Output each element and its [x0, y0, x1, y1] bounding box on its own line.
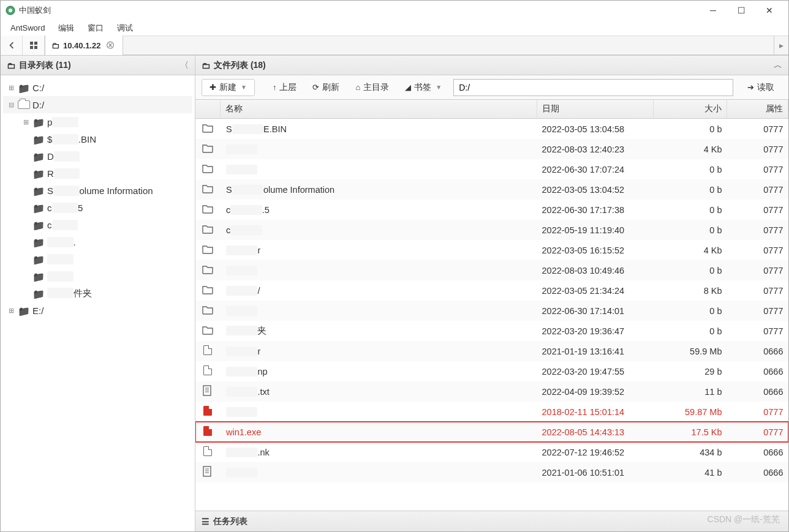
table-row[interactable]: █████.txt2022-04-09 19:39:5211 b0666 [195, 381, 788, 402]
file-size: 0 b [654, 321, 727, 341]
tree-item[interactable]: R████ [3, 165, 192, 182]
tree-item[interactable]: c████5 [3, 199, 192, 216]
file-attr: 0777 [727, 139, 788, 159]
tab-active[interactable]: 🗀 10.40.1.22 ⓧ [45, 36, 123, 55]
tree-item[interactable]: c████ [3, 216, 192, 233]
folder-icon [18, 305, 30, 315]
bookmark-button[interactable]: ◢书签▼ [397, 79, 450, 96]
up-button[interactable]: ↑上层 [265, 79, 305, 96]
maximize-button[interactable]: ☐ [727, 1, 755, 20]
table-row[interactable]: █████2022-08-03 12:40:234 Kb0777 [195, 139, 788, 159]
tree-item[interactable]: ████ [3, 250, 192, 268]
tab-label: 10.40.1.22 [63, 41, 100, 50]
home-button[interactable]: ⌂主目录 [347, 79, 397, 96]
file-size: 0 b [654, 179, 727, 200]
table-row[interactable]: █████.nk2022-07-12 19:46:52434 b0666 [195, 442, 788, 462]
table-row[interactable]: █████r2022-03-05 16:15:524 Kb0777 [195, 240, 788, 260]
minimize-button[interactable]: ─ [699, 1, 727, 20]
content: 🗀 文件列表 (18) ︿ ✚新建▼ ↑上层 ⟳刷新 ⌂主目录 ◢书签▼ ➔读取… [195, 56, 788, 531]
table-row[interactable]: c█████.52022-06-30 17:17:380 b0777 [195, 200, 788, 220]
expander-icon[interactable]: ⊟ [7, 101, 15, 109]
file-red-icon [201, 406, 214, 416]
new-button[interactable]: ✚新建▼ [202, 79, 255, 96]
col-date[interactable]: 日期 [537, 100, 654, 119]
tree-item[interactable]: S████olume Information [3, 182, 192, 199]
folder-icon: 🗀 [7, 61, 15, 70]
file-attr: 0777 [727, 402, 788, 422]
file-name: █████ [226, 306, 257, 316]
expander-icon[interactable]: ⊞ [7, 307, 15, 315]
table-row[interactable]: S█████E.BIN2022-03-05 13:04:580 b0777 [195, 119, 788, 140]
folder-icon [32, 185, 45, 195]
tree-item[interactable]: ⊞ p████ [3, 113, 192, 130]
table-row[interactable]: █████/2022-03-05 21:34:248 Kb0777 [195, 280, 788, 301]
folder-icon [18, 100, 30, 109]
tab-close-icon[interactable]: ⓧ [107, 40, 114, 51]
file-date: 2022-03-05 13:04:52 [537, 179, 654, 200]
sidebar: 🗀 目录列表 (11) 〈 ⊞ C:/⊟ D:/⊞ p████ $████.BI… [1, 56, 195, 531]
refresh-button[interactable]: ⟳刷新 [304, 79, 347, 96]
file-date: 2022-03-05 21:34:24 [537, 280, 654, 301]
tree-item[interactable]: ⊟ D:/ [3, 96, 192, 113]
tree-item[interactable]: ████. [3, 233, 192, 250]
grid-view-button[interactable] [23, 36, 45, 55]
tree-label: S████olume Information [47, 185, 153, 196]
table-row[interactable]: █████2022-08-03 10:49:460 b0777 [195, 260, 788, 280]
file-name: █████r [226, 245, 260, 255]
tree-item[interactable]: ████件夹 [3, 285, 192, 302]
text-icon [201, 466, 214, 477]
tree-item[interactable]: D████ [3, 148, 192, 165]
folder-icon [32, 271, 45, 281]
col-name[interactable]: 名称 [220, 100, 537, 119]
close-button[interactable]: ✕ [755, 1, 783, 20]
menu-window[interactable]: 窗口 [81, 21, 110, 35]
folder-icon: 🗀 [51, 41, 59, 50]
col-size[interactable]: 大小 [654, 100, 727, 119]
menu-antsword[interactable]: AntSword [4, 22, 51, 34]
table-row[interactable]: c█████2022-05-19 11:19:400 b0777 [195, 220, 788, 240]
svg-rect-2 [30, 42, 33, 45]
folder-icon [201, 204, 214, 214]
table-row[interactable]: █████2021-01-06 10:51:0141 b0666 [195, 462, 788, 482]
content-collapse-icon[interactable]: ︿ [774, 60, 782, 71]
file-date: 2022-08-05 14:43:13 [537, 422, 654, 442]
table-row[interactable]: █████2022-06-30 17:14:010 b0777 [195, 301, 788, 321]
expander-icon[interactable]: ⊞ [7, 84, 15, 92]
taskbar[interactable]: ☰ 任务列表 [195, 511, 788, 531]
tree-item[interactable]: ⊞ C:/ [3, 79, 192, 96]
tree-label: ████ [47, 271, 74, 282]
folder-icon [201, 264, 214, 274]
tree-label: p████ [47, 117, 78, 127]
table-row[interactable]: █████2018-02-11 15:01:1459.87 Mb0777 [195, 402, 788, 422]
file-date: 2022-03-05 13:04:58 [537, 119, 654, 140]
table-row[interactable]: █████2022-06-30 17:07:240 b0777 [195, 159, 788, 179]
file-name: █████ [226, 407, 257, 417]
table-row[interactable]: S█████olume Information2022-03-05 13:04:… [195, 179, 788, 200]
file-name: █████ [226, 165, 257, 174]
directory-tree[interactable]: ⊞ C:/⊟ D:/⊞ p████ $████.BIN D████ R████ … [1, 75, 195, 531]
file-attr: 0777 [727, 301, 788, 321]
table-row[interactable]: win1.exe2022-08-05 14:43:1317.5 Kb0777 [195, 422, 788, 442]
tree-item[interactable]: ⊞ E:/ [3, 302, 192, 319]
folder-icon [32, 134, 45, 144]
file-attr: 0777 [727, 240, 788, 260]
file-date: 2022-06-30 17:17:38 [537, 200, 654, 220]
expander-icon[interactable]: ⊞ [21, 118, 30, 126]
table-row[interactable]: █████r2021-01-19 13:16:4159.9 Mb0666 [195, 341, 788, 361]
tree-item[interactable]: ████ [3, 268, 192, 285]
nav-back-button[interactable] [1, 36, 23, 55]
path-input[interactable] [453, 79, 733, 96]
file-name: c█████.5 [226, 205, 270, 215]
tabbar-scroll-right[interactable]: ▸ [774, 36, 788, 55]
sidebar-collapse-icon[interactable]: 〈 [180, 60, 189, 71]
table-row[interactable]: █████np2022-03-20 19:47:5529 b0666 [195, 361, 788, 381]
menu-edit[interactable]: 编辑 [52, 21, 80, 35]
table-row[interactable]: █████夹2022-03-20 19:36:470 b0777 [195, 321, 788, 341]
col-attr[interactable]: 属性 [727, 100, 788, 119]
tree-item[interactable]: $████.BIN [3, 130, 192, 148]
menu-debug[interactable]: 调试 [111, 21, 139, 35]
read-button[interactable]: ➔读取 [739, 79, 782, 96]
folder-icon [201, 143, 214, 153]
folder-icon [32, 117, 45, 127]
file-date: 2022-03-05 16:15:52 [537, 240, 654, 260]
